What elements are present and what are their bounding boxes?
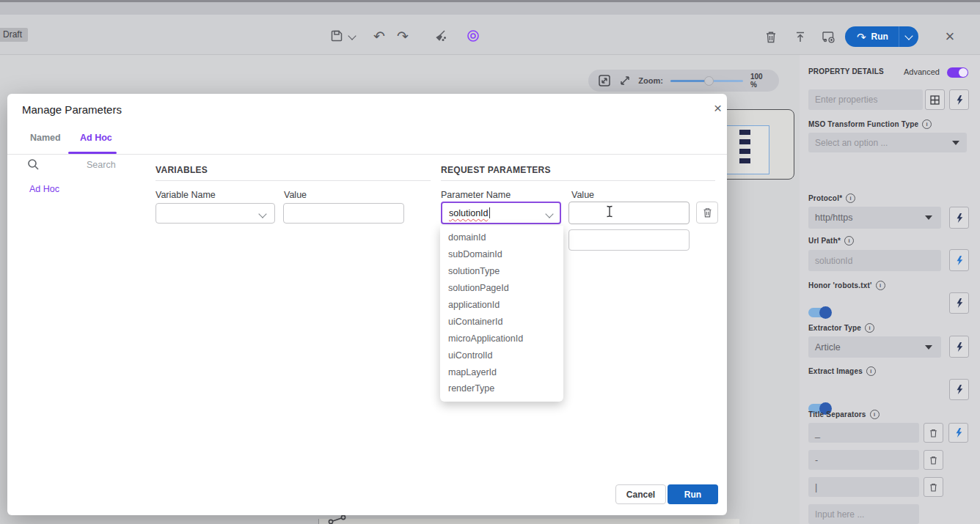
trash-icon: [702, 207, 713, 218]
pipeline-add-icon[interactable]: [819, 27, 838, 46]
clean-broom-icon[interactable]: [431, 26, 450, 45]
info-icon[interactable]: i: [844, 236, 854, 246]
urlpath-action-button[interactable]: [949, 249, 969, 271]
text-caret: [489, 207, 491, 218]
extract-images-label: Extract Imagesi: [808, 366, 876, 376]
run-arrow-icon: ↷: [857, 32, 866, 43]
parameter-value-input-2[interactable]: [568, 229, 690, 251]
toolbar-center-group: ↶ ↷: [327, 26, 483, 45]
variable-value-input[interactable]: [283, 203, 404, 224]
run-split-button: ↷ Run: [845, 26, 918, 47]
properties-input[interactable]: Enter properties: [808, 89, 923, 110]
status-badge-draft: Draft: [0, 28, 28, 42]
zoom-label: Zoom:: [638, 76, 663, 85]
zoom-value: 100 %: [750, 73, 770, 89]
publish-upload-icon[interactable]: [791, 27, 810, 46]
fit-screen-icon[interactable]: [597, 73, 611, 88]
redo-icon[interactable]: ↷: [393, 26, 412, 45]
trash-icon: [929, 482, 938, 492]
dropdown-option[interactable]: mapLayerId: [440, 364, 563, 380]
save-icon[interactable]: [327, 26, 346, 45]
separator-input[interactable]: _: [808, 423, 919, 443]
properties-action-button[interactable]: [949, 89, 969, 110]
extractor-type-select[interactable]: Article: [808, 336, 941, 358]
save-menu-chevron-icon[interactable]: [348, 32, 356, 40]
dropdown-option[interactable]: solutionType: [440, 263, 563, 280]
expand-icon[interactable]: [618, 74, 631, 87]
undo-icon[interactable]: ↶: [370, 26, 389, 45]
info-icon[interactable]: i: [922, 119, 932, 129]
lightning-icon: [955, 213, 964, 224]
robots-toggle[interactable]: [808, 308, 830, 317]
urlpath-label: Url Path*i: [808, 236, 854, 246]
parameter-value-input[interactable]: [568, 202, 690, 224]
sidebar-item-adhoc[interactable]: Ad Hoc: [29, 184, 59, 194]
parameter-name-combobox[interactable]: solutionId: [441, 202, 561, 224]
separator-delete-button[interactable]: [924, 423, 943, 443]
parameter-row-delete-button[interactable]: [696, 202, 718, 224]
lightning-icon: [954, 427, 963, 438]
variable-value-label: Value: [284, 190, 307, 200]
lightning-icon: [955, 95, 964, 106]
urlpath-input[interactable]: solutionId: [808, 250, 941, 271]
info-icon[interactable]: i: [876, 281, 885, 290]
separator-input[interactable]: |: [808, 477, 919, 497]
dropdown-option[interactable]: microApplicationId: [440, 330, 563, 347]
info-icon[interactable]: i: [865, 323, 874, 333]
modal-run-button[interactable]: Run: [668, 484, 718, 504]
dropdown-option[interactable]: domainId: [440, 229, 563, 246]
chevron-down-icon: [925, 215, 932, 220]
run-button[interactable]: ↷ Run: [845, 26, 899, 47]
protocol-select[interactable]: http/https: [808, 207, 941, 229]
cancel-button[interactable]: Cancel: [615, 484, 666, 504]
protocol-action-button[interactable]: [949, 207, 969, 229]
lightning-icon: [955, 255, 964, 266]
dropdown-option[interactable]: solutionPageId: [440, 280, 563, 297]
separator-input[interactable]: -: [808, 450, 919, 470]
dropdown-option[interactable]: subDomainId: [440, 246, 563, 263]
run-button-label: Run: [871, 32, 888, 42]
robots-label: Honor 'robots.txt'i: [808, 281, 885, 290]
manage-parameters-modal: Manage Parameters × Named Ad Hoc Search …: [7, 94, 727, 515]
advanced-toggle[interactable]: [947, 67, 968, 78]
dropdown-option[interactable]: uiContainerId: [440, 313, 563, 330]
extractor-action-button[interactable]: [949, 336, 969, 358]
search-icon[interactable]: [27, 158, 40, 174]
node-list-icon: [724, 125, 769, 174]
partial-node-bottom: [318, 519, 739, 524]
info-icon[interactable]: i: [866, 366, 876, 376]
info-icon[interactable]: i: [846, 193, 855, 203]
separator-delete-button[interactable]: [924, 450, 943, 470]
close-workspace-icon[interactable]: ×: [940, 27, 959, 46]
info-icon[interactable]: i: [870, 410, 880, 419]
robots-action-button[interactable]: [949, 292, 969, 314]
ibeam-cursor: [606, 205, 613, 221]
modal-close-icon[interactable]: ×: [714, 101, 722, 115]
dropdown-option[interactable]: uiControlId: [440, 347, 563, 364]
zoom-slider-handle[interactable]: [704, 76, 714, 86]
separator-new-input[interactable]: Input here ...: [808, 504, 919, 524]
grid-view-button[interactable]: [925, 89, 945, 110]
chevron-down-icon: [925, 345, 932, 350]
preview-target-icon[interactable]: [464, 26, 483, 45]
separator-delete-button[interactable]: [924, 477, 943, 497]
search-input[interactable]: Search: [87, 160, 116, 170]
extract-images-action-button[interactable]: [949, 379, 969, 400]
dropdown-option[interactable]: renderType: [440, 380, 563, 397]
main-toolbar: Draft ↶ ↷: [0, 15, 980, 55]
zoom-slider[interactable]: [670, 80, 743, 82]
tab-named[interactable]: Named: [30, 133, 61, 143]
variable-name-select[interactable]: [156, 203, 275, 224]
chevron-down-icon: [904, 32, 913, 40]
tab-adhoc[interactable]: Ad Hoc: [80, 133, 112, 143]
chevron-down-icon: [952, 141, 959, 145]
dropdown-option[interactable]: applicationId: [440, 297, 563, 314]
robots-toggle-knob: [819, 306, 832, 319]
run-options-button[interactable]: [899, 26, 918, 47]
zoom-control-bar: Zoom: 100 %: [588, 70, 779, 92]
delete-icon[interactable]: [761, 27, 780, 46]
mso-transform-select[interactable]: Select an option ...: [808, 133, 967, 152]
separator-action-button[interactable]: [948, 423, 968, 443]
grid-icon: [930, 95, 940, 105]
mso-transform-label: MSO Transform Function Typei: [808, 119, 932, 129]
